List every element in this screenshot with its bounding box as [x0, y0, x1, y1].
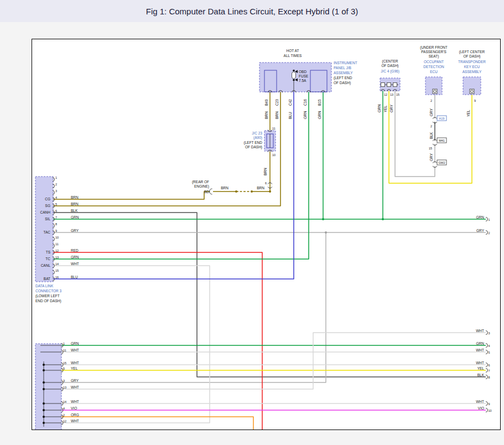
junction-dot	[251, 190, 253, 193]
bottom-junction-connector: 1GRN11WHT15WHT5YEL3GRY13WHT14WHT4VIO2ORG…	[35, 341, 79, 430]
jc4-terminal	[381, 83, 385, 87]
power-source: HOT AT ALL TIMES	[284, 49, 303, 58]
jc23-pin-bottom: 10	[272, 153, 276, 157]
wire-color-label: YEL	[383, 105, 387, 112]
dlc3-pin-number: 13	[55, 256, 59, 259]
wire-color-label: GRN	[318, 111, 321, 119]
dlc3-pin-number: 14	[55, 262, 59, 266]
bottom-pin-number: 14	[63, 400, 66, 403]
bottom-pin-number: 2	[63, 413, 65, 417]
jb-pin-id: C42	[288, 99, 292, 106]
pin-number: 2	[430, 125, 432, 128]
jb-pin-id: B15	[318, 99, 321, 106]
jc23-code: (A90)	[253, 136, 262, 140]
bus-junction-dot	[43, 422, 45, 424]
bottom-pin-number: 13	[63, 386, 66, 389]
jc23: 11 10 J/C 23 (A90) (LEFT END OF DASH) BR…	[244, 127, 276, 188]
dlc3-name: DATA LINK	[35, 284, 54, 288]
right-pin-number: 1	[489, 218, 490, 221]
diagram-canvas: HOT AT ALL TIMES OBD FUSE 7.5A INSTRUMEN…	[32, 39, 501, 430]
dlc3-signal-label: BAT	[44, 277, 50, 281]
wire-color-label: YEL	[477, 366, 485, 370]
dlc3-pin-number: 3	[55, 189, 57, 193]
connector-code: GM2	[439, 161, 445, 164]
wire-color-label: BLK	[429, 132, 433, 139]
dlc3-location: END OF DASH)	[35, 299, 61, 303]
dlc3-pin-number: 4	[55, 196, 57, 199]
fuse-rating: 7.5A	[299, 79, 306, 82]
wire-color-label: GRY	[71, 229, 79, 232]
transponder-terminal	[470, 89, 474, 94]
wire-color-label: BRN	[71, 202, 79, 206]
bottom-pin-number: 4	[63, 407, 65, 410]
bus-junction-dot	[43, 409, 45, 411]
wire-color-label: WHT	[71, 400, 79, 403]
jc23-location: OF DASH)	[245, 145, 262, 149]
junction-dot	[382, 218, 384, 220]
figure-title-bar: Fig 1: Computer Data Lines Circuit, Exce…	[0, 0, 504, 22]
jc23-pin-top: 11	[272, 127, 276, 130]
wire-color-label: WHT	[476, 400, 484, 403]
bottom-pin-number: 11	[63, 349, 66, 352]
dlc3-pin-number: 11	[55, 242, 59, 246]
right-pin-number: 2	[489, 231, 490, 235]
bus-junction-dot	[43, 381, 45, 384]
jc4-location: OF DASH)	[381, 64, 398, 68]
wire-color-label: BLK	[477, 373, 485, 377]
wire-color-label: RED	[71, 249, 79, 252]
dlc3-pin-number: 7	[55, 216, 57, 219]
pin-bracket	[486, 408, 488, 412]
dlc3-signal-label: SIL	[45, 217, 50, 221]
jb-pin-id: C23	[275, 99, 279, 106]
right-pin-number: 10	[489, 409, 492, 412]
wire-color-label: BLK	[71, 209, 78, 213]
wire-color-label: WHT	[71, 262, 79, 266]
wire-color-label: VIO	[478, 406, 484, 410]
wire-color-label: ORG	[71, 413, 79, 417]
pin-bracket	[486, 231, 488, 235]
bottom-pin-number: 12	[63, 420, 66, 423]
fuse-terminal-dot	[293, 79, 295, 81]
pin-bracket	[486, 375, 488, 379]
jc4-name: J/C 4 (G96)	[381, 69, 399, 74]
jc23-name: J/C 23	[252, 131, 262, 135]
dlc3-pin-number: 15	[55, 269, 59, 272]
jb-pin-id: B49	[264, 99, 268, 106]
wire-color-label: VIO	[71, 406, 77, 410]
right-pin-number: 8	[489, 376, 490, 379]
bus-junction-dot	[43, 416, 45, 418]
junction-dot	[325, 231, 327, 234]
wire-color-label: GRN	[71, 255, 79, 259]
dlc3-name: CONNECTOR 3	[35, 289, 62, 293]
transponder-name: KEY ECU	[464, 65, 480, 69]
occupant-name: ECU	[430, 70, 438, 74]
fuse-label: FUSE	[299, 74, 309, 78]
jc4-pin-number: 12	[384, 93, 387, 96]
bus-junction-dot	[43, 364, 45, 366]
transponder-name: ASSEMBLY	[463, 70, 482, 74]
dlc3-pin-number: 5	[55, 203, 57, 206]
pin-number: 15	[429, 147, 432, 150]
dlc3-pin-number: 16	[55, 276, 59, 279]
dlc3-signal-label: CG	[45, 197, 50, 201]
wire-color-label: GRN	[71, 341, 79, 345]
pin-bracket	[486, 331, 488, 335]
junction-dot	[269, 190, 271, 193]
fuse-symbol	[292, 72, 296, 79]
occupant-terminal	[433, 89, 437, 94]
wire-color-label: WHT	[71, 348, 79, 352]
transponder-location: OF DASH)	[463, 54, 480, 59]
bottom-pin-number: 1	[63, 342, 65, 345]
wire-bottom13-wht	[61, 333, 486, 389]
wire-color-label: BRN	[71, 195, 79, 199]
dlc3-pin-number: 10	[55, 236, 59, 239]
dlc3-signal-label: CANH	[40, 210, 51, 214]
bd-splice: (REAR OF ENGINE) BD BRN BRN	[192, 180, 264, 194]
right-pin-number: 9	[489, 402, 490, 406]
dlc3-signal-label: TS	[46, 250, 51, 254]
dlc3-pin-number: 12	[55, 249, 59, 252]
bottom-pin-number: 15	[63, 361, 66, 365]
dlc3-signal-label: TAC	[43, 230, 50, 234]
pin-number: 9	[474, 99, 476, 102]
right-pin-number: 4	[489, 344, 490, 348]
